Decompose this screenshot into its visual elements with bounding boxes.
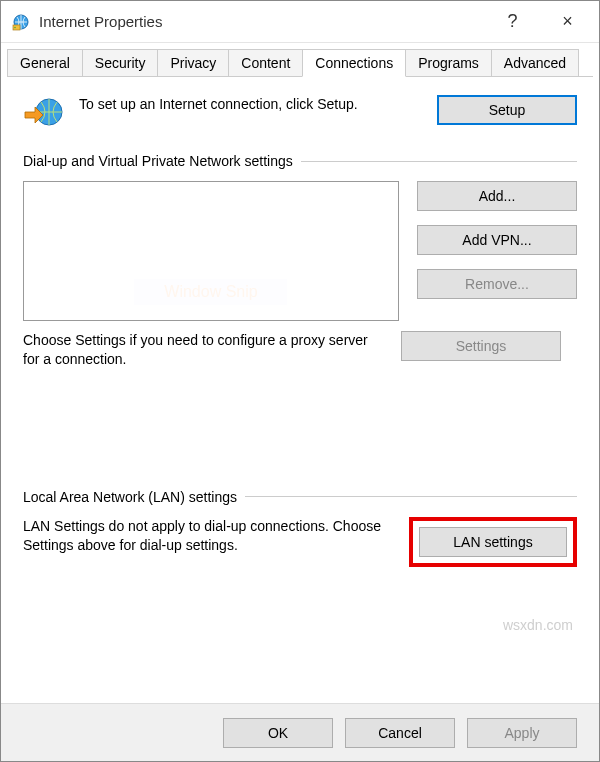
globe-arrow-icon bbox=[23, 95, 65, 131]
tab-content[interactable]: Content bbox=[228, 49, 303, 77]
setup-description: To set up an Internet connection, click … bbox=[79, 95, 423, 114]
titlebar: Internet Properties ? × bbox=[1, 1, 599, 43]
tabstrip: General Security Privacy Content Connect… bbox=[1, 43, 599, 77]
tab-general[interactable]: General bbox=[7, 49, 83, 77]
ok-button[interactable]: OK bbox=[223, 718, 333, 748]
add-vpn-button[interactable]: Add VPN... bbox=[417, 225, 577, 255]
internet-properties-dialog: Internet Properties ? × General Security… bbox=[0, 0, 600, 762]
divider bbox=[245, 496, 577, 497]
tab-panel-connections: To set up an Internet connection, click … bbox=[1, 77, 599, 703]
dialup-settings-button: Settings bbox=[401, 331, 561, 361]
window-title: Internet Properties bbox=[39, 13, 485, 30]
site-watermark: wsxdn.com bbox=[503, 617, 573, 633]
internet-options-icon bbox=[11, 12, 31, 32]
tab-security[interactable]: Security bbox=[82, 49, 159, 77]
dialup-connections-listbox[interactable]: Window Snip bbox=[23, 181, 399, 321]
tab-advanced[interactable]: Advanced bbox=[491, 49, 579, 77]
dialup-note: Choose Settings if you need to configure… bbox=[23, 331, 383, 369]
dialup-legend-text: Dial-up and Virtual Private Network sett… bbox=[23, 153, 293, 169]
svg-rect-1 bbox=[13, 25, 20, 30]
svg-point-2 bbox=[14, 26, 16, 28]
tab-privacy[interactable]: Privacy bbox=[157, 49, 229, 77]
dialup-group-label: Dial-up and Virtual Private Network sett… bbox=[23, 153, 577, 169]
lan-settings-button[interactable]: LAN settings bbox=[419, 527, 567, 557]
help-button[interactable]: ? bbox=[485, 2, 540, 42]
tab-connections[interactable]: Connections bbox=[302, 49, 406, 77]
tab-programs[interactable]: Programs bbox=[405, 49, 492, 77]
lan-highlight-box: LAN settings bbox=[409, 517, 577, 567]
remove-button: Remove... bbox=[417, 269, 577, 299]
close-button[interactable]: × bbox=[540, 2, 595, 42]
dialog-footer: OK Cancel Apply bbox=[1, 703, 599, 761]
snip-watermark: Window Snip bbox=[134, 279, 287, 305]
lan-group-label: Local Area Network (LAN) settings bbox=[23, 489, 577, 505]
lan-description: LAN Settings do not apply to dial-up con… bbox=[23, 517, 391, 555]
apply-button: Apply bbox=[467, 718, 577, 748]
cancel-button[interactable]: Cancel bbox=[345, 718, 455, 748]
lan-legend-text: Local Area Network (LAN) settings bbox=[23, 489, 237, 505]
add-button[interactable]: Add... bbox=[417, 181, 577, 211]
divider bbox=[301, 161, 577, 162]
setup-button[interactable]: Setup bbox=[437, 95, 577, 125]
